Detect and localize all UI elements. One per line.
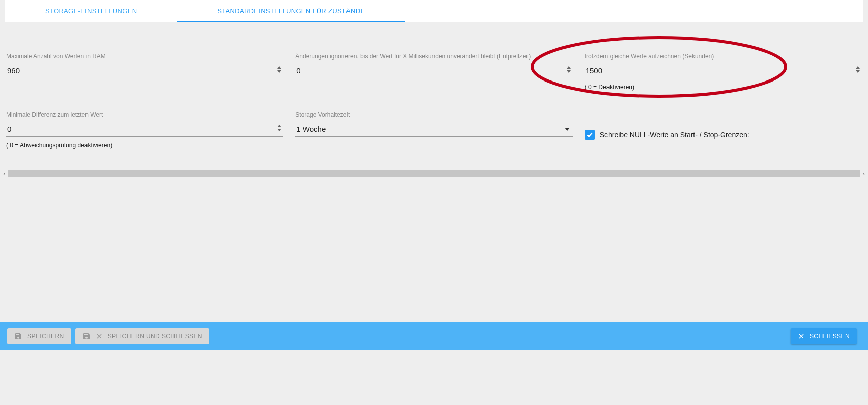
checkbox-write-null[interactable] <box>585 130 595 140</box>
save-icon <box>82 332 91 340</box>
close-icon <box>96 333 103 340</box>
label-max-ram: Maximale Anzahl von Werten in RAM <box>6 52 283 60</box>
bottom-action-bar: SPEICHERN SPEICHERN UND SCHLIESSEN SCHLI… <box>0 322 868 350</box>
save-and-close-button[interactable]: SPEICHERN UND SCHLIESSEN <box>75 328 209 344</box>
save-button[interactable]: SPEICHERN <box>7 328 71 344</box>
field-write-null: Schreibe NULL-Werte an Start- / Stop-Gre… <box>585 111 862 149</box>
label-min-diff: Minimale Differenz zum letzten Wert <box>6 111 283 119</box>
field-debounce: Änderungen ignorieren, bis der Wert für … <box>295 52 572 91</box>
field-retention: Storage Vorhaltezeit <box>295 111 572 149</box>
horizontal-scrollbar[interactable]: ‹ › <box>0 170 868 177</box>
input-max-ram[interactable] <box>6 63 283 78</box>
tab-storage-settings[interactable]: STORAGE-EINSTELLUNGEN <box>5 0 177 22</box>
close-icon <box>798 333 805 340</box>
tabs-bar: STORAGE-EINSTELLUNGEN STANDARDEINSTELLUN… <box>5 0 863 22</box>
helper-record-same: ( 0 = Deaktivieren) <box>585 84 862 91</box>
helper-min-diff: ( 0 = Abweichungsprüfung deaktivieren) <box>6 142 283 149</box>
input-debounce[interactable] <box>295 63 572 78</box>
field-max-ram-values: Maximale Anzahl von Werten in RAM <box>6 52 283 91</box>
save-button-label: SPEICHERN <box>27 333 64 340</box>
field-record-same-values: trotzdem gleiche Werte aufzeichnen (Seku… <box>585 52 862 91</box>
tab-default-state-settings[interactable]: STANDARDEINSTELLUNGEN FÜR ZUSTÄNDE <box>177 0 405 22</box>
scroll-right-icon[interactable]: › <box>860 171 868 177</box>
save-close-button-label: SPEICHERN UND SCHLIESSEN <box>108 333 202 340</box>
label-retention: Storage Vorhaltezeit <box>295 111 572 119</box>
label-debounce: Änderungen ignorieren, bis der Wert für … <box>295 52 572 60</box>
input-min-diff[interactable] <box>6 122 283 137</box>
label-record-same: trotzdem gleiche Werte aufzeichnen (Seku… <box>585 52 862 60</box>
field-min-diff: Minimale Differenz zum letzten Wert ( 0 … <box>6 111 283 149</box>
chevron-down-icon[interactable] <box>565 128 570 131</box>
scroll-track[interactable] <box>8 170 860 177</box>
settings-grid: Maximale Anzahl von Werten in RAM Änderu… <box>0 22 868 159</box>
scroll-left-icon[interactable]: ‹ <box>0 171 8 177</box>
select-retention[interactable] <box>295 122 572 137</box>
input-record-same[interactable] <box>585 63 862 78</box>
label-write-null: Schreibe NULL-Werte an Start- / Stop-Gre… <box>600 131 749 139</box>
save-icon <box>14 332 22 340</box>
close-button-label: SCHLIESSEN <box>810 333 850 340</box>
close-button[interactable]: SCHLIESSEN <box>791 328 857 344</box>
